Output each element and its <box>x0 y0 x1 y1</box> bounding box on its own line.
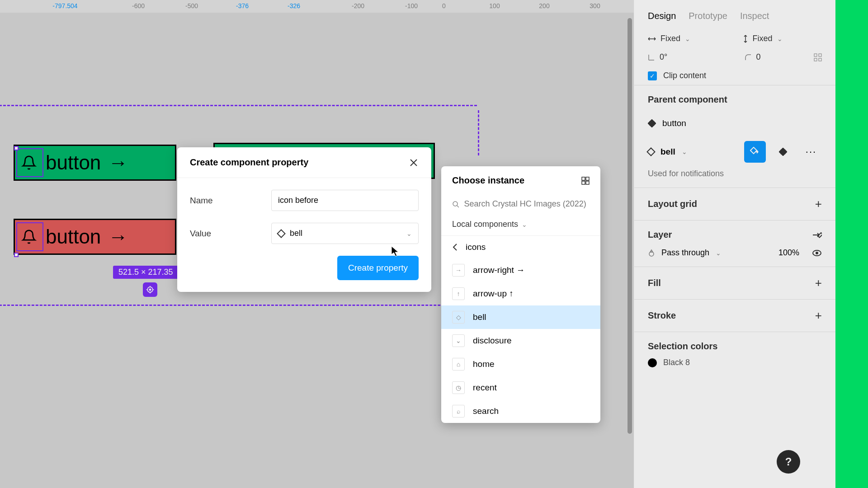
component-icon <box>648 119 656 127</box>
grid-icon <box>581 177 590 185</box>
instance-description: Used for notifications <box>634 167 835 188</box>
canvas-scrollbar[interactable] <box>627 18 632 434</box>
instance-picker-popover: Choose instance Local components ⌄ icons… <box>441 166 600 423</box>
library-selector[interactable]: Local components ⌄ <box>441 213 600 235</box>
instance-option-arrow-right[interactable]: →arrow-right → <box>441 258 600 282</box>
help-button[interactable]: ? <box>777 450 800 474</box>
parent-component-link[interactable]: button <box>634 114 835 133</box>
button-label: button <box>46 151 101 174</box>
add-layout-grid-button[interactable]: + <box>815 197 822 211</box>
instance-list: →arrow-right →↑arrow-up ↑◇bell⌄disclosur… <box>441 258 600 423</box>
value-field-label: Value <box>190 229 271 239</box>
instance-thumbnail: ⌂ <box>452 358 465 371</box>
instance-option-bell[interactable]: ◇bell <box>441 305 600 329</box>
instance-thumbnail: ◇ <box>452 311 465 324</box>
button-label: button <box>46 225 101 248</box>
visibility-icon[interactable] <box>812 249 822 257</box>
instance-icon <box>277 229 286 238</box>
detach-instance-button[interactable] <box>772 141 794 163</box>
instance-thumbnail: ⌕ <box>452 405 465 418</box>
layer-header: Layer <box>648 230 672 240</box>
picker-title: Choose instance <box>452 175 524 186</box>
svg-rect-20 <box>586 177 589 180</box>
color-swatch[interactable] <box>648 358 657 367</box>
component-icon <box>779 148 787 156</box>
selection-outline-2 <box>16 222 43 251</box>
width-resize-dropdown[interactable]: Fixed ⌄ <box>648 34 727 43</box>
svg-rect-10 <box>750 147 757 154</box>
ruler-mark: 300 <box>590 2 600 9</box>
instance-option-recent[interactable]: ◷recent <box>441 376 600 399</box>
add-stroke-button[interactable]: + <box>815 309 822 323</box>
name-field-label: Name <box>190 196 271 206</box>
arrow-right-icon: → <box>108 151 128 174</box>
ruler-mark: -376 <box>236 2 249 9</box>
instance-option-disclosure[interactable]: ⌄disclosure <box>441 329 600 352</box>
target-icon[interactable] <box>143 282 157 297</box>
selection-outline <box>16 148 43 177</box>
ruler-mark: 100 <box>489 2 500 9</box>
chevron-left-icon <box>452 243 458 251</box>
go-to-main-button[interactable] <box>744 141 766 163</box>
ruler-mark: -500 <box>185 2 198 9</box>
angle-icon <box>648 54 655 61</box>
back-button[interactable] <box>452 243 458 251</box>
clip-content-checkbox[interactable]: ✓ <box>648 71 657 80</box>
svg-rect-5 <box>819 58 821 61</box>
instance-option-label: disclosure <box>473 336 512 346</box>
height-resize-dropdown[interactable]: Fixed ⌄ <box>743 34 822 43</box>
instance-swap-dropdown[interactable]: bell <box>660 147 675 157</box>
tab-prototype[interactable]: Prototype <box>689 11 727 21</box>
create-property-dialog: Create component property Name icon befo… <box>177 147 431 292</box>
stroke-header: Stroke <box>648 310 676 321</box>
color-name: Black 8 <box>663 358 690 367</box>
instance-option-label: bell <box>473 312 486 322</box>
svg-rect-21 <box>582 181 585 184</box>
instance-search-input[interactable] <box>464 199 590 209</box>
corner-radius-input[interactable]: 0 <box>745 52 808 62</box>
instance-thumbnail: → <box>452 264 465 277</box>
corner-radius-icon <box>745 54 752 61</box>
svg-rect-3 <box>819 54 821 56</box>
opacity-input[interactable]: 100% <box>778 248 799 258</box>
close-button[interactable] <box>409 158 419 168</box>
clip-content-label: Clip content <box>663 71 706 80</box>
horizontal-resize-icon <box>648 36 656 42</box>
layer-settings-icon[interactable] <box>812 231 822 239</box>
instance-option-arrow-up[interactable]: ↑arrow-up ↑ <box>441 282 600 305</box>
instance-thumbnail: ◷ <box>452 381 465 394</box>
ruler-mark: -100 <box>405 2 418 9</box>
tab-design[interactable]: Design <box>648 11 676 21</box>
svg-rect-22 <box>586 181 589 184</box>
dialog-title: Create component property <box>190 157 308 168</box>
blend-mode-dropdown[interactable]: Pass through <box>661 248 709 258</box>
instance-option-search[interactable]: ⌕search <box>441 399 600 423</box>
ruler-mark: 0 <box>442 2 446 9</box>
independent-corners-button[interactable] <box>814 53 822 61</box>
chevron-down-icon: ⌄ <box>522 221 527 228</box>
instance-option-label: search <box>473 406 499 416</box>
svg-rect-19 <box>582 177 585 180</box>
svg-rect-2 <box>814 54 817 56</box>
breadcrumb: icons <box>466 242 486 252</box>
arrow-right-icon: → <box>108 225 128 248</box>
add-fill-button[interactable]: + <box>815 276 822 290</box>
cursor-icon <box>391 246 399 257</box>
ruler-mark: -797.504 <box>52 2 77 9</box>
properties-panel: Design Prototype Inspect Fixed ⌄ Fixed ⌄… <box>634 0 835 488</box>
selection-handle-tl[interactable] <box>14 146 19 150</box>
vertical-resize-icon <box>743 35 748 43</box>
selection-handle-bl[interactable] <box>14 253 19 257</box>
svg-rect-15 <box>818 233 822 238</box>
instance-icon <box>646 147 656 156</box>
tab-inspect[interactable]: Inspect <box>740 11 769 21</box>
property-value-select[interactable]: bell ⌄ <box>271 223 419 244</box>
grid-view-button[interactable] <box>581 177 590 185</box>
property-name-input[interactable]: icon before <box>271 190 419 211</box>
rotation-input[interactable]: 0° <box>648 52 711 62</box>
more-options-button[interactable]: ··· <box>800 141 822 163</box>
layers-panel-edge <box>835 0 868 488</box>
ruler-mark: -200 <box>352 2 364 9</box>
instance-option-home[interactable]: ⌂home <box>441 352 600 376</box>
create-property-button[interactable]: Create property <box>337 256 419 280</box>
